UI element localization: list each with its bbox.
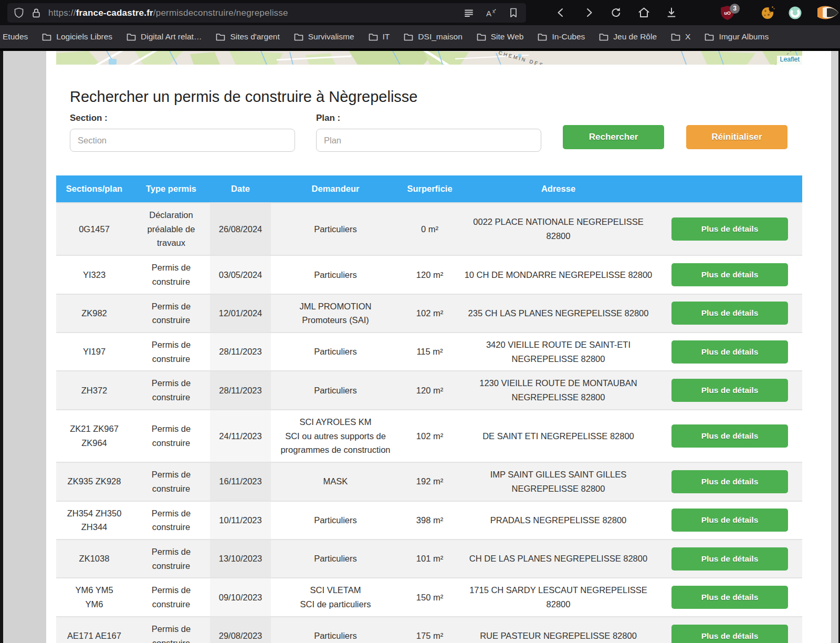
browser-toolbar: https://france-cadastre.fr/permisdeconst… [0,0,840,25]
shield-permissions-icon[interactable] [14,7,24,18]
surface-cell: 102 m² [400,294,459,333]
search-button[interactable]: Rechercher [563,125,664,149]
bookmark-item[interactable]: IT [369,32,390,42]
demandeur-cell: Particuliers [271,501,400,540]
leaflet-map[interactable]: CHEMIN DES TEMPE Leaflet [56,51,802,65]
plan-input[interactable] [316,129,541,152]
details-cell: Plus de détails [657,333,802,371]
details-cell: Plus de détails [657,501,802,540]
type-permis-cell: Permis de construire [132,617,210,643]
table-row: ZK21 ZK967 ZK964Permis de construire24/1… [56,410,802,462]
details-button[interactable]: Plus de détails [671,470,788,493]
bookmark-item[interactable]: Jeu de Rôle [599,32,657,42]
home-icon[interactable] [638,7,650,18]
bookmark-label: Jeu de Rôle [613,32,657,42]
svg-text:x: x [492,8,495,14]
bookmark-label: Sites d'argent [230,32,279,42]
column-header: Sections/plan [56,175,132,203]
page-title: Rechercher un permis de construire à Nèg… [70,88,802,106]
details-button[interactable]: Plus de détails [671,217,788,241]
details-cell: Plus de détails [657,294,802,333]
details-button[interactable]: Plus de détails [671,509,788,532]
demandeur-cell: Particuliers [271,203,400,255]
bookmark-icon[interactable] [509,8,518,18]
details-button[interactable]: Plus de détails [671,625,788,643]
date-cell: 13/10/2023 [210,540,271,578]
details-button[interactable]: Plus de détails [671,263,788,286]
details-button[interactable]: Plus de détails [671,586,788,609]
sections-cell: ZK935 ZK928 [56,462,132,501]
table-row: YI197Permis de construire28/11/2023Parti… [56,333,802,371]
bookmark-item[interactable]: X [671,32,690,42]
date-cell: 26/08/2024 [210,203,271,255]
ublock-origin-icon[interactable]: uO 3 [720,5,734,20]
url-domain: france-cadastre.fr [76,8,153,18]
translate-icon[interactable]: Ax [486,8,497,18]
table-body: 0G1457Déclaration préalable de travaux26… [56,203,802,643]
sections-cell: YI197 [56,333,132,371]
sections-cell: ZK982 [56,294,132,333]
forward-icon[interactable] [583,7,594,18]
details-cell: Plus de détails [657,410,802,462]
lock-icon[interactable] [32,8,41,18]
details-button[interactable]: Plus de détails [671,302,788,325]
folder-icon [477,33,486,41]
adresse-cell: 235 CH LAS PLANES NEGREPELISSE 82800 [459,294,657,333]
download-icon[interactable] [666,7,677,18]
column-header: Adresse [459,175,657,203]
bookmark-item[interactable]: In-Cubes [538,32,585,42]
bookmark-label: Site Web [491,32,524,42]
details-cell: Plus de détails [657,462,802,501]
reload-icon[interactable] [610,7,622,19]
bookmark-item[interactable]: Logiciels Libres [42,32,112,42]
consent-ring-extension-icon[interactable] [788,6,802,20]
details-cell: Plus de détails [657,540,802,578]
adresse-cell: 1715 CH SARDY LESCAUT NEGREPELISSE 82800 [459,578,657,616]
bookmark-item[interactable]: Site Web [477,32,524,42]
surface-cell: 120 m² [400,255,459,294]
demandeur-cell: SCI AYROLES KM SCI ou autres supports de… [271,410,400,462]
sections-cell: YM6 YM5 YM6 [56,578,132,616]
bookmark-item[interactable]: Survivalisme [294,32,354,42]
ublock-label: uO [724,11,731,16]
scrollbar-track[interactable] [831,51,838,643]
bookmark-item[interactable]: DSI_maison [404,32,462,42]
type-permis-cell: Permis de construire [132,294,210,333]
bookmark-item[interactable]: Imgur Albums [705,32,769,42]
sections-cell: ZH354 ZH350 ZH344 [56,501,132,540]
bookmark-label: Etudes [3,32,28,42]
url-bar[interactable]: https://france-cadastre.fr/permisdeconst… [7,3,526,23]
bookmark-item[interactable]: Etudes [3,32,28,42]
type-permis-cell: Permis de construire [132,371,210,409]
leaflet-attribution-link[interactable]: Leaflet [777,56,802,65]
reset-button[interactable]: Réinitialiser [686,125,788,149]
cookie-extension-icon[interactable] [761,6,775,20]
type-permis-cell: Permis de construire [132,410,210,462]
surface-cell: 101 m² [400,540,459,578]
bookmark-item[interactable]: Sites d'argent [216,32,279,42]
folder-icon [404,33,413,41]
section-input[interactable] [70,129,295,152]
surface-cell: 192 m² [400,462,459,501]
column-header: Demandeur [271,175,400,203]
folder-icon [42,33,51,41]
privacy-badger-icon[interactable] [815,5,834,20]
date-cell: 28/11/2023 [210,333,271,371]
type-permis-cell: Permis de construire [132,255,210,294]
column-header: Type permis [132,175,210,203]
back-icon[interactable] [555,7,567,18]
type-permis-cell: Permis de construire [132,540,210,578]
details-button[interactable]: Plus de détails [671,340,788,364]
permits-table: Sections/planType permisDateDemandeurSur… [56,175,802,643]
reader-mode-icon[interactable] [464,9,474,17]
details-button[interactable]: Plus de détails [671,379,788,402]
demandeur-cell: Particuliers [271,333,400,371]
column-header: Date [210,175,271,203]
sections-cell: ZK1038 [56,540,132,578]
details-cell: Plus de détails [657,371,802,409]
details-button[interactable]: Plus de détails [671,424,788,448]
bookmark-item[interactable]: Digital Art relat… [127,32,202,42]
table-row: ZH372Permis de construire28/11/2023Parti… [56,371,802,409]
details-button[interactable]: Plus de détails [671,547,788,571]
demandeur-cell: JML PROMOTION Promoteurs (SAI) [271,294,400,333]
